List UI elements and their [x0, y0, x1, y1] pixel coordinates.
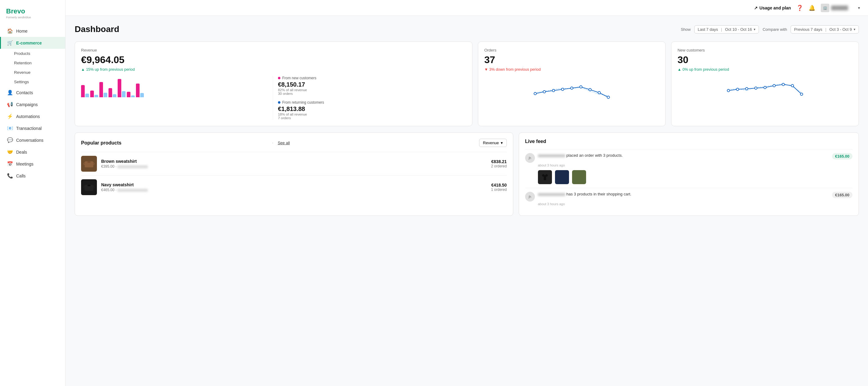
sidebar-item-products[interactable]: Products: [0, 49, 65, 58]
revenue-label: Revenue: [81, 48, 466, 53]
chevron-down-icon: ▾: [754, 27, 755, 31]
orders-line-chart: [484, 76, 659, 101]
orders-svg-chart: [484, 76, 659, 100]
account-name: ██████: [831, 5, 856, 10]
bar-group: [136, 84, 144, 97]
product-sku-blurred: [117, 189, 148, 192]
product-price: €465.00 ·: [101, 188, 487, 192]
orders-trend: ▼ 3% down from previous period: [484, 67, 659, 72]
sidebar-item-ecommerce[interactable]: 🛒 E-commerce: [0, 37, 65, 49]
navy-sweatshirt-icon: [84, 182, 94, 193]
bar-blue: [113, 94, 117, 97]
transactional-icon: 📧: [7, 125, 13, 131]
product-orders: 2 ordered: [491, 164, 506, 168]
feed-action: placed an order with 3 products.: [566, 153, 623, 158]
svg-rect-1: [88, 161, 91, 163]
revenue-chart-area: From new customers €8,150.17 82% of all …: [81, 76, 466, 120]
trending-icon: ↗: [754, 5, 758, 10]
product-revenue: €838.21: [491, 159, 506, 164]
bar-blue: [140, 93, 144, 97]
product-thumbnail: [81, 156, 97, 172]
sidebar-item-settings[interactable]: Settings: [0, 77, 65, 87]
arrow-down-icon: ▼: [484, 67, 488, 72]
product-item: Navy sweatshirt €465.00 · €418.50 1 orde…: [81, 175, 507, 199]
sidebar-item-revenue[interactable]: Revenue: [0, 68, 65, 77]
sidebar-item-label: Conversations: [16, 138, 43, 143]
sidebar-item-label: E-commerce: [16, 40, 42, 46]
product-info: Brown sweatshirt €395.00 ·: [101, 159, 487, 169]
sidebar-item-deals[interactable]: 🤝 Deals: [0, 146, 65, 158]
new-customers-line-chart: [678, 76, 852, 101]
new-customers-point: [764, 86, 766, 89]
contacts-icon: 👤: [7, 90, 13, 95]
feed-item-top: jh has 3 products in their shopping cart…: [525, 192, 852, 202]
returning-customers-dot: [278, 101, 280, 104]
dashboard-header: Dashboard Show Last 7 days | Oct 10 - Oc…: [75, 24, 859, 34]
revenue-card: Revenue €9,964.05 ▲ 15% up from previous…: [75, 41, 472, 126]
bar-group: [99, 82, 107, 97]
product-info: Navy sweatshirt €465.00 ·: [101, 182, 487, 192]
help-icon[interactable]: ❓: [796, 5, 803, 11]
sidebar-item-retention[interactable]: Retention: [0, 58, 65, 68]
campaigns-icon: 📢: [7, 101, 13, 107]
logo-sub: Formerly sendinblue: [6, 16, 59, 19]
usage-and-plan-button[interactable]: ↗ Usage and plan: [754, 5, 791, 10]
sidebar-item-label: Calls: [16, 174, 26, 178]
feed-product-images: [538, 170, 852, 184]
sidebar-item-label: Deals: [16, 150, 27, 155]
page-title: Dashboard: [75, 24, 681, 34]
avatar: 🏢: [821, 4, 829, 12]
revenue-trend: ▲ 15% up from previous period: [81, 67, 466, 72]
bar-blue: [104, 93, 107, 97]
filter-area: Show Last 7 days | Oct 10 - Oct 16 ▾ Com…: [681, 25, 859, 33]
period-label: Last 7 days: [698, 27, 718, 32]
bar-blue: [94, 95, 98, 97]
sidebar-item-conversations[interactable]: 💬 Conversations: [0, 134, 65, 146]
feed-item: jh has 3 products in their shopping cart…: [525, 188, 852, 209]
new-customers-label: From new customers: [278, 76, 466, 80]
see-all-link[interactable]: See all: [278, 141, 290, 145]
ecommerce-icon: 🛒: [7, 40, 13, 46]
account-menu[interactable]: 🏢 ██████ ▼: [821, 4, 861, 12]
separator: ·: [272, 140, 273, 146]
feed-item: jh placed an order with 3 products. €165…: [525, 149, 852, 188]
orders-point: [589, 88, 591, 91]
calls-icon: 📞: [7, 173, 13, 179]
popular-products-header: Popular products · See all Revenue ▾: [81, 139, 507, 147]
feed-time: about 3 hours ago: [538, 164, 852, 167]
bar-group: [108, 88, 117, 97]
new-customers-point: [773, 85, 775, 87]
orders-point: [570, 87, 573, 89]
show-label: Show: [681, 27, 691, 32]
stats-cards-row: Revenue €9,964.05 ▲ 15% up from previous…: [75, 41, 859, 126]
feed-time: about 3 hours ago: [538, 202, 852, 206]
notifications-icon[interactable]: 🔔: [809, 5, 815, 11]
sidebar: Brevo Formerly sendinblue 🏠 Home 🛒 E-com…: [0, 0, 65, 386]
brown-sweatshirt-icon: [84, 158, 94, 169]
bar-blue: [85, 94, 89, 97]
period-select[interactable]: Last 7 days | Oct 10 - Oct 16 ▾: [694, 25, 759, 33]
bar-group: [127, 92, 135, 97]
feed-product-pants: [555, 170, 569, 184]
products-sort-dropdown[interactable]: Revenue ▾: [479, 139, 507, 147]
sidebar-item-automations[interactable]: ⚡ Automations: [0, 110, 65, 122]
sidebar-item-calls[interactable]: 📞 Calls: [0, 170, 65, 182]
sidebar-item-meetings[interactable]: 📅 Meetings: [0, 158, 65, 170]
logo-area: Brevo Formerly sendinblue: [0, 5, 65, 25]
compare-select[interactable]: Previous 7 days | Oct 3 - Oct 9 ▾: [790, 25, 859, 33]
sidebar-item-transactional[interactable]: 📧 Transactional: [0, 122, 65, 134]
sidebar-item-home[interactable]: 🏠 Home: [0, 25, 65, 37]
feed-amount: €165.00: [832, 192, 852, 198]
orders-point: [580, 86, 582, 88]
sidebar-item-campaigns[interactable]: 📢 Campaigns: [0, 98, 65, 110]
new-customers-point: [791, 85, 794, 87]
bar-pink: [136, 84, 140, 97]
sidebar-item-label: Transactional: [16, 126, 42, 131]
feed-text: has 3 products in their shopping cart.: [538, 192, 829, 196]
sidebar-item-contacts[interactable]: 👤 Contacts: [0, 87, 65, 98]
new-customers-trend-text: 0% up from previous period: [682, 67, 729, 72]
new-customers-dot: [278, 77, 280, 79]
revenue-trend-text: 15% up from previous period: [86, 67, 135, 72]
live-feed-title: Live feed: [525, 139, 852, 144]
chevron-down-icon: ▾: [854, 27, 856, 31]
